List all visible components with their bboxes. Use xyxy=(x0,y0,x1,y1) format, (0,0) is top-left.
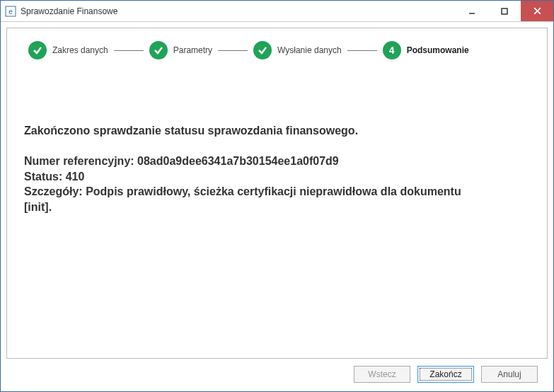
wizard-panel: Zakres danych Parametry Wysłanie danych … xyxy=(6,28,548,359)
step-1: Zakres danych xyxy=(28,41,108,59)
step-separator xyxy=(218,50,248,51)
step-label: Podsumowanie xyxy=(407,45,469,55)
app-icon: e xyxy=(5,6,16,17)
window-controls xyxy=(456,1,553,21)
step-2: Parametry xyxy=(149,41,212,59)
step-number-icon: 4 xyxy=(383,41,401,59)
svg-text:e: e xyxy=(8,8,13,16)
step-separator xyxy=(114,50,144,51)
cancel-button[interactable]: Anuluj xyxy=(481,366,538,383)
step-label: Parametry xyxy=(173,45,212,55)
maximize-button[interactable] xyxy=(488,1,521,21)
titlebar: e Sprawozdanie Finansowe xyxy=(1,1,553,22)
step-label: Wysłanie danych xyxy=(277,45,342,55)
check-icon xyxy=(253,41,272,59)
check-icon xyxy=(149,41,168,59)
close-button[interactable] xyxy=(521,1,553,21)
check-icon xyxy=(28,41,47,59)
step-4-active: 4 Podsumowanie xyxy=(383,41,469,59)
finish-button[interactable]: Zakończ xyxy=(417,366,474,383)
wizard-steps: Zakres danych Parametry Wysłanie danych … xyxy=(7,28,547,67)
wizard-container: Zakres danych Parametry Wysłanie danych … xyxy=(1,22,553,391)
back-button: Wstecz xyxy=(354,366,410,383)
svg-rect-3 xyxy=(502,8,507,14)
window-title: Sprawozdanie Finansowe xyxy=(21,6,456,16)
step-label: Zakres danych xyxy=(52,45,108,55)
footer-buttons: Wstecz Zakończ Anuluj xyxy=(6,359,548,386)
status-message: Zakończono sprawdzanie statusu sprawozda… xyxy=(24,123,477,215)
step-separator xyxy=(347,50,377,51)
content-area: Zakończono sprawdzanie statusu sprawozda… xyxy=(7,67,547,358)
minimize-button[interactable] xyxy=(456,1,488,21)
step-3: Wysłanie danych xyxy=(253,41,342,59)
